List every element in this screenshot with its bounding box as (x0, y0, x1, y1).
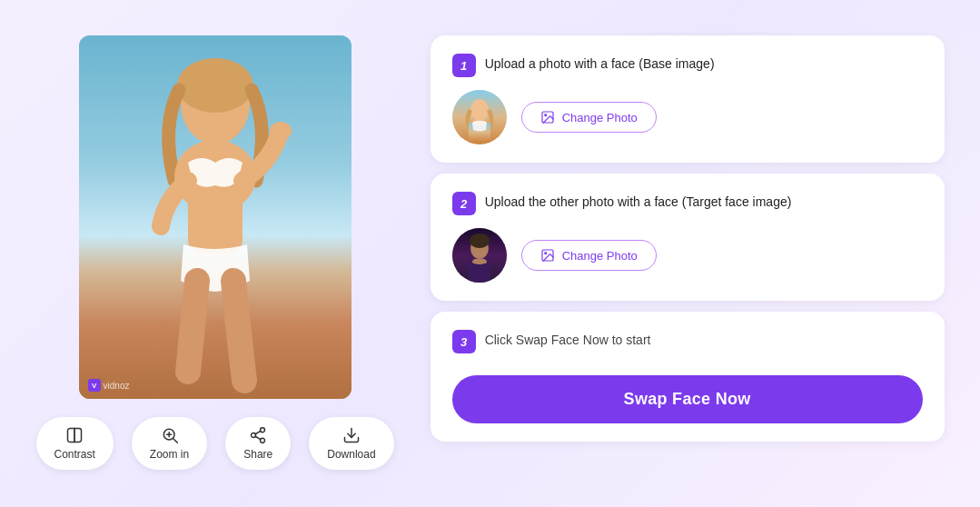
svg-point-25 (470, 234, 490, 248)
step-1-header: 1 Upload a photo with a face (Base image… (452, 54, 923, 77)
download-button[interactable]: Download (309, 417, 393, 470)
share-button[interactable]: Share (225, 417, 291, 470)
change-photo-2-label: Change Photo (562, 249, 638, 263)
watermark-text: vidnoz (104, 381, 130, 391)
main-image-wrapper: V vidnoz (79, 35, 351, 399)
svg-point-22 (544, 114, 546, 116)
change-photo-2-button[interactable]: Change Photo (521, 240, 657, 271)
swap-face-button[interactable]: Swap Face Now (452, 375, 923, 423)
svg-point-2 (177, 58, 253, 113)
main-image (79, 35, 351, 399)
share-label: Share (243, 448, 272, 461)
step-3-instruction: Click Swap Face Now to start (485, 330, 651, 350)
share-icon (249, 426, 267, 444)
step-1-card: 1 Upload a photo with a face (Base image… (431, 35, 945, 163)
image-panel: V vidnoz Contrast (36, 35, 394, 470)
steps-panel: 1 Upload a photo with a face (Base image… (431, 35, 945, 442)
step-1-title: Upload a photo with a face (Base image) (485, 54, 715, 74)
svg-point-28 (544, 253, 546, 254)
zoom-icon (161, 426, 179, 444)
toolbar: Contrast Zoom in Sh (36, 417, 394, 470)
step-1-badge: 1 (452, 54, 476, 77)
target-image-thumbnail (452, 228, 507, 283)
zoom-label: Zoom in (150, 448, 189, 461)
image-icon-2 (540, 248, 555, 263)
svg-point-19 (470, 99, 489, 121)
step-2-content: Change Photo (452, 228, 923, 283)
zoom-in-button[interactable]: Zoom in (132, 417, 207, 470)
image-icon-1 (540, 110, 555, 124)
svg-line-15 (255, 436, 261, 439)
change-photo-1-label: Change Photo (562, 111, 638, 124)
watermark-icon: V (88, 379, 101, 392)
main-container: V vidnoz Contrast (36, 17, 945, 490)
step-3-header: 3 Click Swap Face Now to start (452, 330, 923, 363)
contrast-button[interactable]: Contrast (36, 417, 114, 470)
contrast-label: Contrast (54, 448, 95, 461)
step-2-badge: 2 (452, 192, 476, 215)
watermark: V vidnoz (88, 379, 130, 392)
svg-rect-5 (188, 190, 243, 254)
download-icon (342, 426, 361, 444)
svg-point-6 (270, 122, 292, 140)
change-photo-1-button[interactable]: Change Photo (521, 102, 657, 133)
step-3-card: 3 Click Swap Face Now to start Swap Face… (431, 312, 945, 442)
svg-line-16 (255, 431, 261, 433)
download-label: Download (327, 448, 375, 461)
step-2-title: Upload the other photo with a face (Targ… (485, 192, 792, 212)
svg-line-9 (173, 439, 177, 443)
step-2-header: 2 Upload the other photo with a face (Ta… (452, 192, 923, 215)
contrast-icon (65, 426, 84, 444)
base-image-thumbnail (452, 90, 507, 144)
step-3-badge: 3 (452, 330, 476, 353)
step-1-content: Change Photo (452, 90, 923, 144)
step-2-card: 2 Upload the other photo with a face (Ta… (431, 174, 945, 301)
